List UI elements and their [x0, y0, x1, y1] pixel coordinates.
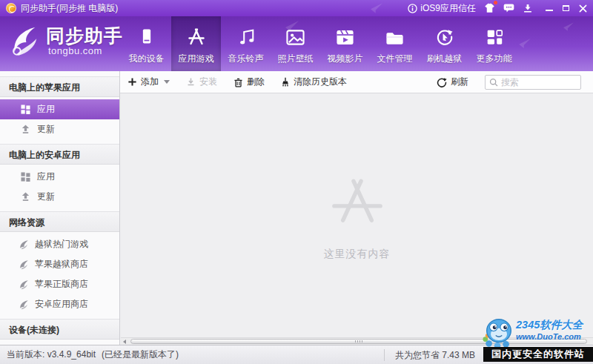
video-clapper-icon: [335, 24, 355, 47]
content-area: 这里没有内容: [121, 94, 593, 337]
sidebar-section-android-apps: 电脑上的安卓应用: [0, 144, 119, 165]
brand-name: 同步助手: [46, 26, 123, 45]
nav-item-music-ringtones[interactable]: 音乐铃声: [221, 16, 271, 71]
wing-icon: [18, 279, 29, 290]
grid-more-icon: [485, 24, 504, 47]
main-nav: 我的设备 应用游戏 音乐铃声 照片壁纸: [122, 16, 519, 71]
sidebar-item-apple-apps[interactable]: 应用: [0, 99, 119, 119]
tshirt-icon: [484, 3, 495, 13]
jailbreak-icon: [434, 24, 454, 47]
brand-domain: tongbu.com: [48, 45, 123, 56]
trash-icon: [233, 77, 243, 87]
window-title: 同步助手(同步推 电脑版): [21, 2, 118, 15]
arrow-up-icon: [20, 124, 31, 135]
watermark-overlay: 2345软件大全 www.DuoTe.com 国内更安全的软件站: [483, 314, 593, 364]
app-logo-icon: [6, 3, 16, 13]
tongbu-wing-icon: [7, 24, 42, 58]
close-button[interactable]: [579, 4, 587, 13]
version-text: 当前版本: v3.4.9_64bit: [7, 348, 96, 361]
maximize-icon: [563, 5, 569, 11]
app-window: 同步助手(同步推 电脑版) iOS9应用信任: [0, 0, 593, 364]
watermark-slogan: 国内更安全的软件站: [483, 347, 593, 362]
install-icon: [186, 77, 196, 87]
chat-icon: [503, 3, 514, 13]
chevron-down-icon: [164, 80, 170, 84]
decor-plane-icon: [563, 22, 574, 31]
photo-icon: [285, 24, 305, 47]
appstore-icon: [186, 24, 207, 47]
minimize-icon: [546, 5, 553, 11]
refresh-icon: [437, 77, 447, 87]
search-box: [485, 75, 581, 90]
sidebar-item-jailbreak-games[interactable]: 越狱热门游戏: [0, 234, 119, 254]
saved-space-text: 共为您节省 7.43 MB: [384, 349, 475, 361]
watermark-url: www.DuoTe.com: [516, 331, 593, 343]
wing-icon: [18, 239, 29, 250]
watermark-site-name: 2345软件大全: [516, 320, 593, 331]
sidebar-section-network-resources: 网络资源: [0, 211, 119, 232]
ios9-trust-label: iOS9应用信任: [420, 2, 476, 15]
sidebar-item-android-store[interactable]: 安卓应用商店: [0, 294, 119, 314]
sidebar-section-devices: 设备(未连接): [0, 319, 119, 340]
sidebar-section-apple-apps: 电脑上的苹果应用: [0, 76, 119, 97]
brush-icon: [281, 77, 290, 87]
add-button[interactable]: 添加: [127, 76, 170, 88]
version-note: (已经是最新版本了): [102, 348, 179, 361]
sidebar-item-apple-updates[interactable]: 更新: [0, 119, 119, 139]
phone-icon: [138, 24, 156, 47]
maximize-button[interactable]: [563, 5, 569, 11]
nav-item-photos-wallpaper[interactable]: 照片壁纸: [271, 16, 320, 71]
content-toolbar: 添加 安装 删除 清除历史版本: [120, 71, 593, 93]
minimize-button[interactable]: [546, 5, 553, 11]
wing-icon: [18, 299, 29, 310]
nav-item-apps-games[interactable]: 应用游戏: [171, 16, 221, 71]
delete-button[interactable]: 删除: [233, 76, 265, 88]
download-icon: [523, 4, 533, 13]
install-button[interactable]: 安装: [186, 76, 217, 88]
clear-history-button[interactable]: 清除历史版本: [281, 76, 347, 88]
titlebar: 同步助手(同步推 电脑版) iOS9应用信任: [0, 0, 593, 16]
app-grid-icon: [20, 104, 31, 115]
scroll-left-arrow[interactable]: [123, 340, 126, 344]
decor-plane-icon: [371, 3, 382, 13]
folder-icon: [385, 24, 405, 47]
plus-icon: [127, 77, 137, 87]
octopus-mascot-icon: [482, 315, 516, 349]
search-icon: [489, 78, 498, 87]
music-note-icon: [236, 24, 256, 47]
nav-item-more[interactable]: 更多功能: [469, 16, 519, 71]
nav-item-jailbreak[interactable]: 刷机越狱: [420, 16, 469, 71]
app-grid-icon: [20, 171, 31, 182]
feedback-button[interactable]: [503, 3, 514, 13]
brand-logo: 同步助手 tongbu.com: [7, 24, 123, 58]
arrow-up-icon: [20, 191, 31, 202]
sidebar-item-apple-jailbreak-store[interactable]: 苹果越狱商店: [0, 254, 119, 274]
sidebar-item-android-apps[interactable]: 应用: [0, 167, 119, 187]
ios9-trust-button[interactable]: iOS9应用信任: [408, 2, 476, 15]
skin-button[interactable]: [484, 3, 495, 13]
wing-icon: [18, 259, 29, 270]
nav-item-videos[interactable]: 视频影片: [320, 16, 370, 71]
refresh-button[interactable]: 刷新: [437, 76, 468, 88]
sidebar: 电脑上的苹果应用 应用 更新 电脑上的安卓应用 应用: [0, 71, 120, 345]
decor-plane-icon: [519, 39, 531, 48]
notification-badge: [494, 1, 497, 4]
nav-item-my-devices[interactable]: 我的设备: [122, 16, 171, 71]
nav-header: 同步助手 tongbu.com 我的设备 应用游戏: [0, 16, 593, 71]
nav-item-file-manager[interactable]: 文件管理: [370, 16, 420, 71]
close-icon: [579, 4, 587, 13]
appstore-empty-icon: [325, 171, 389, 233]
download-manager-button[interactable]: [523, 4, 533, 13]
info-icon: [408, 4, 417, 13]
search-input[interactable]: [501, 77, 577, 87]
scrollbar-grip: [355, 340, 363, 343]
empty-state-text: 这里没有内容: [324, 248, 391, 261]
sidebar-item-android-updates[interactable]: 更新: [0, 187, 119, 207]
sidebar-item-apple-official-store[interactable]: 苹果正版商店: [0, 274, 119, 294]
